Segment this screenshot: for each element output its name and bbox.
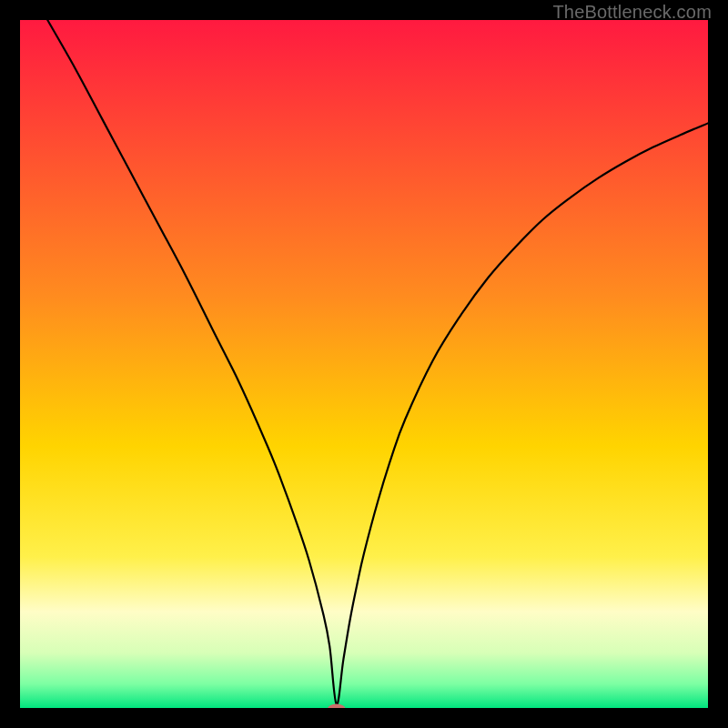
plot-area xyxy=(20,20,708,708)
chart-frame: TheBottleneck.com xyxy=(0,0,728,728)
chart-svg xyxy=(20,20,708,708)
chart-background xyxy=(20,20,708,708)
